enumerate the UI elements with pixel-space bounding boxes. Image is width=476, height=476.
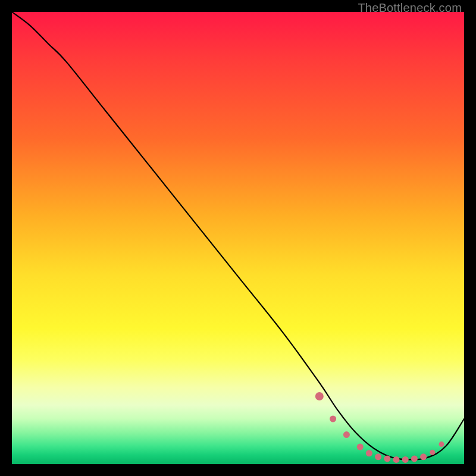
- series-curve: [12, 12, 464, 459]
- marker-dot: [343, 431, 350, 438]
- marker-dot: [366, 450, 372, 456]
- chart-stage: TheBottleneck.com: [0, 0, 476, 476]
- marker-dot: [402, 456, 409, 463]
- marker-dot: [439, 441, 444, 447]
- marker-dot: [384, 455, 390, 462]
- marker-dot: [393, 456, 400, 463]
- marker-dot: [315, 392, 324, 400]
- marker-dot: [357, 444, 364, 450]
- plot-area: [12, 12, 464, 464]
- marker-dot: [330, 416, 336, 422]
- marker-dot: [411, 455, 418, 462]
- chart-overlay: [12, 12, 464, 464]
- marker-dot: [420, 453, 427, 460]
- marker-dot: [430, 450, 435, 455]
- marker-dot: [375, 453, 381, 460]
